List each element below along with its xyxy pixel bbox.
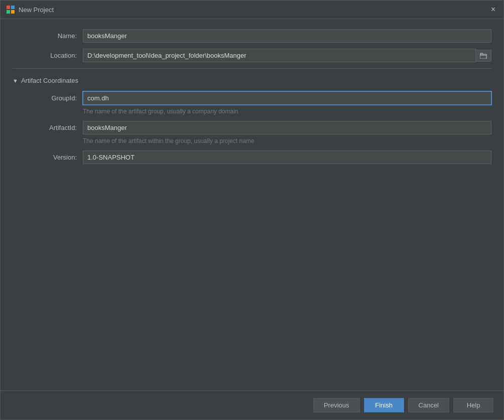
dialog-footer: Previous Finish Cancel Help [1, 390, 503, 419]
new-project-dialog: New Project × Name: Location: [0, 0, 504, 420]
artifact-section-header: ▼ Artifact Coordinates [13, 77, 491, 84]
artifactid-label: ArtifactId: [13, 124, 83, 131]
dialog-icon [7, 6, 15, 14]
groupid-row: GroupId: [13, 91, 491, 105]
svg-rect-1 [11, 6, 15, 9]
version-label: Version: [13, 154, 83, 161]
help-button[interactable]: Help [453, 398, 493, 412]
dialog-content: Name: Location: ▼ Artifact Coordina [1, 19, 503, 390]
svg-rect-0 [7, 6, 10, 9]
section-toggle-icon[interactable]: ▼ [13, 78, 18, 84]
location-row: Location: [13, 49, 491, 62]
artifactid-row: ArtifactId: [13, 121, 491, 134]
groupid-help-text: The name of the artifact group, usually … [83, 108, 491, 115]
svg-rect-4 [480, 54, 486, 59]
groupid-label: GroupId: [13, 94, 83, 102]
name-input[interactable] [83, 29, 491, 43]
title-bar: New Project × [1, 1, 503, 19]
section-title: Artifact Coordinates [21, 77, 78, 84]
name-label: Name: [13, 32, 83, 40]
location-input-wrap [83, 49, 491, 62]
svg-rect-2 [7, 10, 10, 14]
name-row: Name: [13, 29, 491, 43]
svg-rect-3 [11, 10, 15, 14]
previous-button[interactable]: Previous [313, 398, 360, 412]
dialog-title: New Project [19, 6, 489, 14]
finish-button[interactable]: Finish [364, 398, 404, 412]
groupid-input[interactable] [83, 91, 491, 105]
cancel-button[interactable]: Cancel [408, 398, 449, 412]
divider [13, 68, 491, 69]
artifactid-input[interactable] [83, 121, 491, 134]
close-button[interactable]: × [489, 5, 497, 15]
location-input[interactable] [83, 49, 476, 62]
version-row: Version: [13, 151, 491, 164]
location-label: Location: [13, 52, 83, 59]
version-input[interactable] [83, 151, 491, 164]
artifactid-help-text: The name of the artifact within the grou… [83, 137, 491, 145]
browse-button[interactable] [476, 50, 491, 62]
